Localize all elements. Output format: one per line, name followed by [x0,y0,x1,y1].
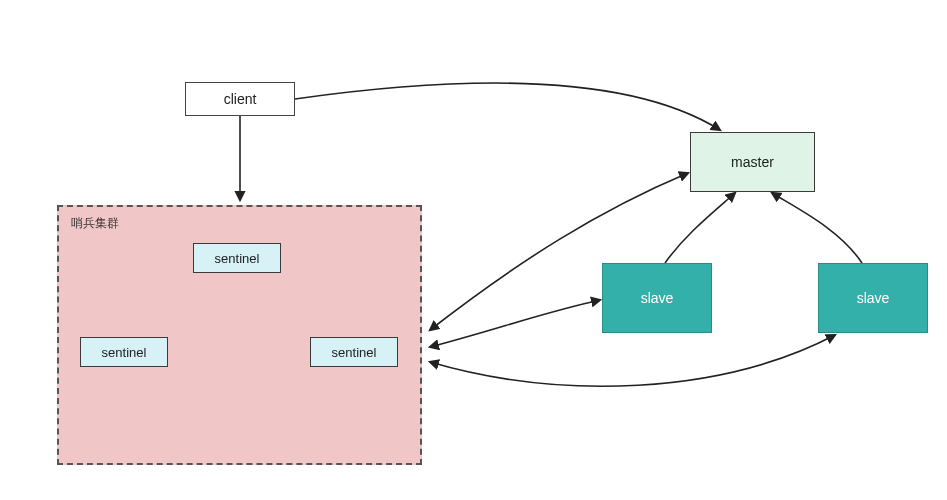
sentinel-label: sentinel [332,345,377,360]
client-label: client [224,91,257,107]
client-node: client [185,82,295,116]
sentinel-node-right: sentinel [310,337,398,367]
sentinel-node-top: sentinel [193,243,281,273]
cluster-title: 哨兵集群 [71,215,119,232]
slave-label: slave [857,290,890,306]
diagram-canvas: client master slave slave 哨兵集群 sentinel … [0,0,947,500]
slave-node-2: slave [818,263,928,333]
slave-node-1: slave [602,263,712,333]
edge-slave1-to-master [665,193,735,263]
edge-cluster-to-slave1 [430,300,600,347]
edge-slave2-to-master [772,193,862,263]
sentinel-label: sentinel [215,251,260,266]
master-node: master [690,132,815,192]
edge-cluster-to-slave2 [430,335,835,386]
slave-label: slave [641,290,674,306]
master-label: master [731,154,774,170]
sentinel-node-left: sentinel [80,337,168,367]
sentinel-label: sentinel [102,345,147,360]
edge-client-to-master [295,83,720,130]
